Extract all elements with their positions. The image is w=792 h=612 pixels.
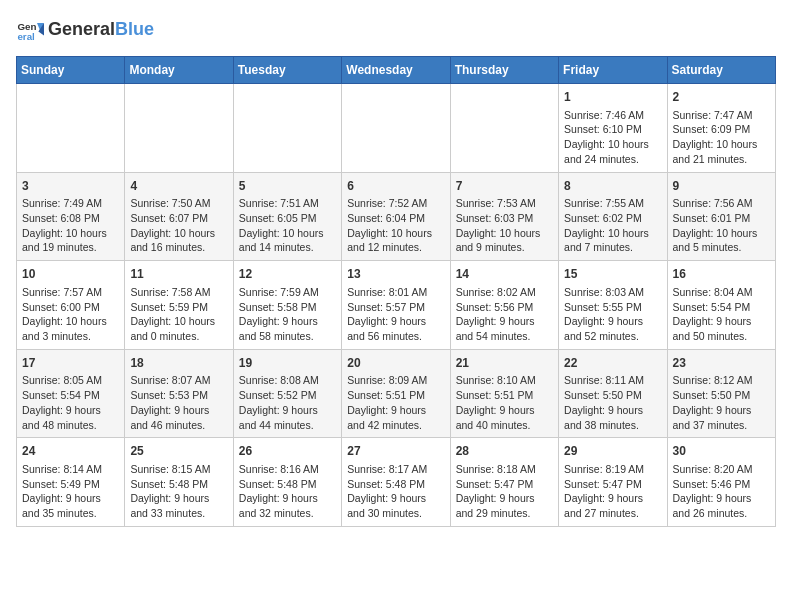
col-header-saturday: Saturday (667, 57, 775, 84)
day-info: Sunrise: 8:03 AM (564, 285, 661, 300)
day-info: Sunrise: 8:20 AM (673, 462, 770, 477)
day-number: 9 (673, 178, 770, 195)
day-info: Sunrise: 8:08 AM (239, 373, 336, 388)
day-info: Sunset: 6:09 PM (673, 122, 770, 137)
day-info: Daylight: 9 hours and 27 minutes. (564, 491, 661, 520)
calendar-cell: 2Sunrise: 7:47 AMSunset: 6:09 PMDaylight… (667, 84, 775, 173)
day-info: Daylight: 10 hours and 7 minutes. (564, 226, 661, 255)
calendar-cell: 20Sunrise: 8:09 AMSunset: 5:51 PMDayligh… (342, 349, 450, 438)
calendar-week-5: 24Sunrise: 8:14 AMSunset: 5:49 PMDayligh… (17, 438, 776, 527)
calendar-week-2: 3Sunrise: 7:49 AMSunset: 6:08 PMDaylight… (17, 172, 776, 261)
day-info: Daylight: 10 hours and 9 minutes. (456, 226, 553, 255)
calendar-table: SundayMondayTuesdayWednesdayThursdayFrid… (16, 56, 776, 527)
day-info: Sunset: 6:10 PM (564, 122, 661, 137)
calendar-cell: 17Sunrise: 8:05 AMSunset: 5:54 PMDayligh… (17, 349, 125, 438)
day-number: 17 (22, 355, 119, 372)
day-info: Daylight: 10 hours and 14 minutes. (239, 226, 336, 255)
day-info: Sunrise: 7:52 AM (347, 196, 444, 211)
calendar-cell: 6Sunrise: 7:52 AMSunset: 6:04 PMDaylight… (342, 172, 450, 261)
day-info: Sunrise: 7:53 AM (456, 196, 553, 211)
day-info: Sunset: 5:52 PM (239, 388, 336, 403)
day-info: Sunrise: 7:47 AM (673, 108, 770, 123)
calendar-cell: 10Sunrise: 7:57 AMSunset: 6:00 PMDayligh… (17, 261, 125, 350)
calendar-cell: 11Sunrise: 7:58 AMSunset: 5:59 PMDayligh… (125, 261, 233, 350)
day-info: Daylight: 9 hours and 37 minutes. (673, 403, 770, 432)
calendar-cell: 16Sunrise: 8:04 AMSunset: 5:54 PMDayligh… (667, 261, 775, 350)
day-number: 14 (456, 266, 553, 283)
day-info: Sunrise: 7:50 AM (130, 196, 227, 211)
col-header-monday: Monday (125, 57, 233, 84)
day-info: Daylight: 9 hours and 40 minutes. (456, 403, 553, 432)
day-info: Sunrise: 8:17 AM (347, 462, 444, 477)
calendar-cell: 14Sunrise: 8:02 AMSunset: 5:56 PMDayligh… (450, 261, 558, 350)
day-info: Daylight: 9 hours and 32 minutes. (239, 491, 336, 520)
calendar-cell: 7Sunrise: 7:53 AMSunset: 6:03 PMDaylight… (450, 172, 558, 261)
day-info: Sunrise: 8:18 AM (456, 462, 553, 477)
day-info: Daylight: 9 hours and 42 minutes. (347, 403, 444, 432)
calendar-cell (125, 84, 233, 173)
day-info: Daylight: 9 hours and 50 minutes. (673, 314, 770, 343)
day-number: 20 (347, 355, 444, 372)
day-info: Daylight: 9 hours and 54 minutes. (456, 314, 553, 343)
day-number: 12 (239, 266, 336, 283)
day-info: Sunrise: 8:12 AM (673, 373, 770, 388)
calendar-cell: 5Sunrise: 7:51 AMSunset: 6:05 PMDaylight… (233, 172, 341, 261)
logo: Gen eral GeneralBlue (16, 16, 154, 44)
day-info: Daylight: 10 hours and 3 minutes. (22, 314, 119, 343)
day-info: Sunrise: 8:09 AM (347, 373, 444, 388)
calendar-cell: 28Sunrise: 8:18 AMSunset: 5:47 PMDayligh… (450, 438, 558, 527)
day-info: Sunset: 5:48 PM (130, 477, 227, 492)
col-header-friday: Friday (559, 57, 667, 84)
logo-text: GeneralBlue (48, 20, 154, 40)
day-info: Sunrise: 7:46 AM (564, 108, 661, 123)
svg-text:eral: eral (17, 31, 35, 42)
day-info: Sunrise: 7:58 AM (130, 285, 227, 300)
calendar-cell: 1Sunrise: 7:46 AMSunset: 6:10 PMDaylight… (559, 84, 667, 173)
calendar-cell: 15Sunrise: 8:03 AMSunset: 5:55 PMDayligh… (559, 261, 667, 350)
day-info: Sunset: 6:01 PM (673, 211, 770, 226)
day-info: Sunrise: 8:14 AM (22, 462, 119, 477)
day-info: Daylight: 10 hours and 16 minutes. (130, 226, 227, 255)
day-number: 2 (673, 89, 770, 106)
day-number: 5 (239, 178, 336, 195)
calendar-cell: 22Sunrise: 8:11 AMSunset: 5:50 PMDayligh… (559, 349, 667, 438)
day-info: Sunset: 5:56 PM (456, 300, 553, 315)
day-info: Daylight: 9 hours and 52 minutes. (564, 314, 661, 343)
calendar-cell: 8Sunrise: 7:55 AMSunset: 6:02 PMDaylight… (559, 172, 667, 261)
day-info: Daylight: 9 hours and 48 minutes. (22, 403, 119, 432)
calendar-cell: 3Sunrise: 7:49 AMSunset: 6:08 PMDaylight… (17, 172, 125, 261)
day-info: Sunset: 6:08 PM (22, 211, 119, 226)
day-info: Sunrise: 7:49 AM (22, 196, 119, 211)
day-number: 3 (22, 178, 119, 195)
day-info: Sunset: 6:05 PM (239, 211, 336, 226)
day-number: 15 (564, 266, 661, 283)
day-info: Daylight: 9 hours and 30 minutes. (347, 491, 444, 520)
day-info: Sunset: 6:00 PM (22, 300, 119, 315)
day-info: Sunrise: 8:10 AM (456, 373, 553, 388)
day-info: Daylight: 9 hours and 44 minutes. (239, 403, 336, 432)
day-number: 10 (22, 266, 119, 283)
calendar-cell: 24Sunrise: 8:14 AMSunset: 5:49 PMDayligh… (17, 438, 125, 527)
day-info: Sunrise: 7:57 AM (22, 285, 119, 300)
day-info: Daylight: 9 hours and 33 minutes. (130, 491, 227, 520)
day-info: Daylight: 9 hours and 38 minutes. (564, 403, 661, 432)
col-header-tuesday: Tuesday (233, 57, 341, 84)
day-info: Sunset: 5:58 PM (239, 300, 336, 315)
logo-blue: Blue (115, 19, 154, 39)
day-info: Sunset: 5:47 PM (456, 477, 553, 492)
day-info: Sunrise: 8:07 AM (130, 373, 227, 388)
day-number: 28 (456, 443, 553, 460)
day-info: Sunrise: 8:05 AM (22, 373, 119, 388)
day-number: 16 (673, 266, 770, 283)
day-info: Sunrise: 7:55 AM (564, 196, 661, 211)
day-number: 13 (347, 266, 444, 283)
day-info: Sunset: 5:53 PM (130, 388, 227, 403)
calendar-cell (342, 84, 450, 173)
day-info: Daylight: 10 hours and 5 minutes. (673, 226, 770, 255)
day-info: Sunset: 5:46 PM (673, 477, 770, 492)
day-info: Sunset: 5:48 PM (347, 477, 444, 492)
calendar-cell: 23Sunrise: 8:12 AMSunset: 5:50 PMDayligh… (667, 349, 775, 438)
day-info: Daylight: 10 hours and 24 minutes. (564, 137, 661, 166)
day-info: Sunset: 5:50 PM (673, 388, 770, 403)
day-info: Daylight: 9 hours and 46 minutes. (130, 403, 227, 432)
